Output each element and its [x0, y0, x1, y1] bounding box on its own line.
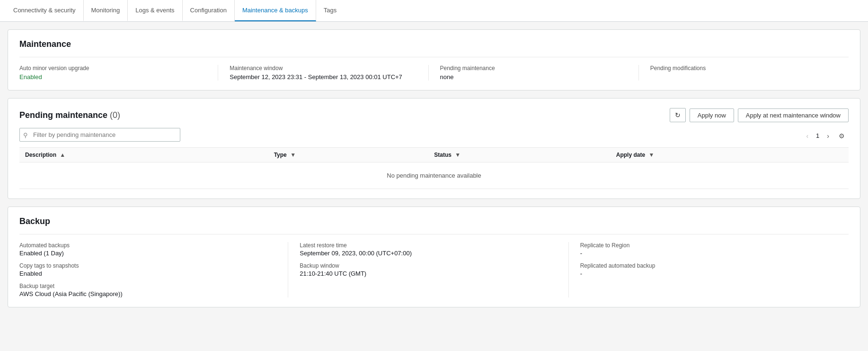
- pending-table: Description ▲ Type ▼ Status ▼ Apply date…: [19, 147, 849, 189]
- auto-minor-value: Enabled: [19, 73, 206, 81]
- apply-now-button[interactable]: Apply now: [690, 108, 734, 122]
- restore-time-label: Latest restore time: [300, 242, 557, 249]
- table-settings-button[interactable]: ⚙: [835, 130, 849, 142]
- col-apply-date[interactable]: Apply date ▼: [611, 148, 849, 162]
- automated-label: Automated backups: [19, 242, 276, 249]
- backup-target: Backup target AWS Cloud (Asia Pacific (S…: [19, 283, 276, 297]
- col-description[interactable]: Description ▲: [19, 148, 268, 162]
- pending-title: Pending maintenance (0): [19, 110, 120, 120]
- replicate-region-value: -: [580, 250, 837, 257]
- backup-grid: Automated backups Enabled (1 Day) Copy t…: [19, 234, 849, 297]
- tab-tags[interactable]: Tags: [316, 0, 344, 21]
- tab-monitoring[interactable]: Monitoring: [84, 0, 128, 21]
- backup-target-value: AWS Cloud (Asia Pacific (Singapore)): [19, 290, 276, 297]
- tab-logs[interactable]: Logs & events: [128, 0, 182, 21]
- backup-target-label: Backup target: [19, 283, 276, 289]
- backup-title: Backup: [19, 216, 849, 226]
- backup-copy-tags: Copy tags to snapshots Enabled: [19, 262, 276, 277]
- replicated-auto-label: Replicated automated backup: [580, 262, 837, 269]
- maintenance-info-grid: Auto minor version upgrade Enabled Maint…: [19, 57, 849, 81]
- tab-maintenance[interactable]: Maintenance & backups: [235, 0, 316, 21]
- pending-maint-label: Pending maintenance: [440, 65, 627, 72]
- tab-configuration[interactable]: Configuration: [183, 0, 235, 21]
- pending-mod-cell: Pending modifications: [638, 65, 849, 81]
- restore-time-value[interactable]: September 09, 2023, 00:00 (UTC+07:00): [300, 250, 557, 257]
- apply-next-window-button[interactable]: Apply at next maintenance window: [738, 108, 849, 122]
- pagination: ‹ 1 › ⚙: [802, 130, 849, 142]
- copy-tags-value: Enabled: [19, 270, 276, 277]
- main-content: Maintenance Auto minor version upgrade E…: [0, 22, 868, 315]
- tab-connectivity[interactable]: Connectivity & security: [6, 0, 84, 21]
- table-body: No pending maintenance available: [19, 162, 849, 189]
- search-container: ⚲: [19, 128, 180, 142]
- pending-header: Pending maintenance (0) ↻ Apply now Appl…: [19, 108, 849, 122]
- window-cell: Maintenance window September 12, 2023 23…: [218, 65, 428, 81]
- search-input[interactable]: [19, 128, 180, 142]
- replicated-auto-value: -: [580, 270, 837, 277]
- maintenance-card: Maintenance Auto minor version upgrade E…: [8, 29, 860, 90]
- tabs-navigation: Connectivity & security Monitoring Logs …: [0, 0, 868, 22]
- backup-automated: Automated backups Enabled (1 Day): [19, 242, 276, 257]
- backup-restore-time: Latest restore time September 09, 2023, …: [300, 242, 557, 257]
- backup-window-label: Backup window: [300, 262, 557, 269]
- auto-minor-cell: Auto minor version upgrade Enabled: [19, 65, 218, 81]
- sort-status-icon: ▼: [455, 152, 461, 158]
- backup-card: Backup Automated backups Enabled (1 Day)…: [8, 207, 860, 307]
- pending-maint-cell: Pending maintenance none: [428, 65, 638, 81]
- replicate-region-label: Replicate to Region: [580, 242, 837, 249]
- copy-tags-label: Copy tags to snapshots: [19, 262, 276, 269]
- backup-replicated-auto: Replicated automated backup -: [580, 262, 837, 277]
- backup-replicate-region: Replicate to Region -: [580, 242, 837, 257]
- backup-col-2: Latest restore time September 09, 2023, …: [288, 242, 568, 297]
- sort-description-icon: ▲: [60, 152, 65, 158]
- table-header: Description ▲ Type ▼ Status ▼ Apply date…: [19, 148, 849, 162]
- maintenance-title: Maintenance: [19, 39, 849, 49]
- col-type[interactable]: Type ▼: [268, 148, 429, 162]
- pending-actions: ↻ Apply now Apply at next maintenance wi…: [670, 108, 849, 122]
- auto-minor-label: Auto minor version upgrade: [19, 65, 206, 72]
- next-page-button[interactable]: ›: [823, 130, 833, 142]
- automated-value: Enabled (1 Day): [19, 250, 276, 257]
- window-label: Maintenance window: [230, 65, 416, 72]
- window-value: September 12, 2023 23:31 - September 13,…: [230, 73, 416, 81]
- backup-col-1: Automated backups Enabled (1 Day) Copy t…: [19, 242, 288, 297]
- backup-col-3: Replicate to Region - Replicated automat…: [568, 242, 849, 297]
- sort-applydate-icon: ▼: [648, 152, 654, 158]
- pending-mod-label: Pending modifications: [650, 65, 837, 72]
- search-pagination-row: ⚲ ‹ 1 › ⚙: [19, 128, 849, 147]
- refresh-button[interactable]: ↻: [670, 108, 686, 122]
- col-status[interactable]: Status ▼: [428, 148, 611, 162]
- prev-page-button[interactable]: ‹: [802, 130, 812, 142]
- page-number: 1: [814, 132, 821, 139]
- pending-count: (0): [110, 110, 120, 120]
- pending-maint-value: none: [440, 73, 627, 81]
- backup-window: Backup window 21:10-21:40 UTC (GMT): [300, 262, 557, 277]
- sort-type-icon: ▼: [290, 152, 296, 158]
- empty-row: No pending maintenance available: [19, 162, 849, 189]
- search-icon: ⚲: [23, 131, 28, 138]
- empty-message: No pending maintenance available: [19, 162, 849, 189]
- pending-maintenance-card: Pending maintenance (0) ↻ Apply now Appl…: [8, 98, 860, 199]
- backup-window-value: 21:10-21:40 UTC (GMT): [300, 270, 557, 277]
